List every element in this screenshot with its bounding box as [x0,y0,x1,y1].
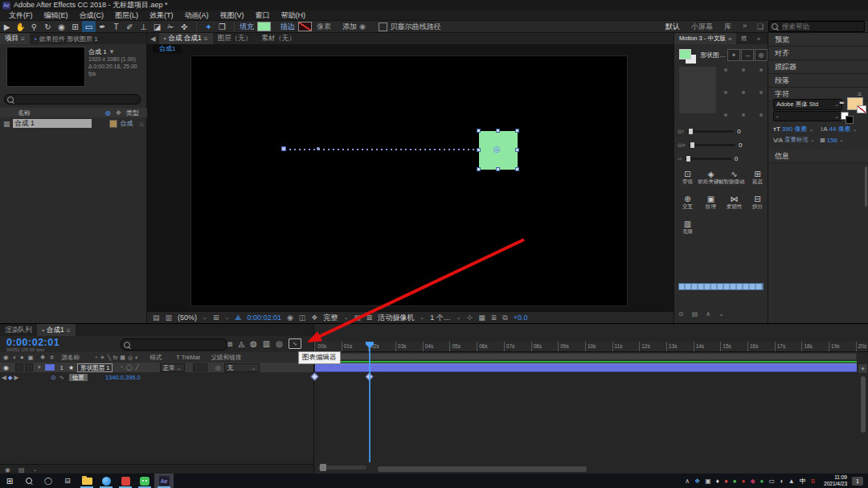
app-cherry-icon[interactable]: ● [742,478,746,485]
sort-icon[interactable]: ◍ [105,109,111,117]
hand-tool[interactable]: ✋ [14,21,27,32]
selection-handle[interactable] [515,167,519,171]
selection-handle[interactable] [496,129,500,133]
timeline-vertical-scrollbar[interactable] [861,376,866,433]
zoom-tool[interactable]: ⚲ [27,21,41,32]
solo-icon[interactable]: ● [20,354,24,361]
chevron-down-icon[interactable]: ⌄ [33,466,38,473]
menu-item[interactable]: 编辑(E) [39,10,74,20]
font-style-select[interactable]: -⌄ [773,111,842,121]
property-name[interactable]: 位置 [69,374,88,382]
layer-duration-bar[interactable] [315,363,857,372]
menu-item[interactable]: 图层(L) [109,10,144,20]
slider-value[interactable]: 0 [737,128,740,135]
menu-item[interactable]: 效果(T) [144,10,179,20]
property-value[interactable]: 1340.0,395.0 [105,374,141,381]
add-menu-icon[interactable]: ◉ [359,23,366,31]
taskbar-search-button[interactable] [19,474,39,488]
trkmat-box[interactable] [193,363,207,371]
motion-blur-icon[interactable]: ◎ [276,339,283,348]
collapse-icon[interactable]: ∧ [706,310,710,318]
project-row-comp1[interactable]: ▦ 合成 1 合成 ⌂ [0,118,147,129]
composition-flowchart-icon[interactable]: ⧈ [227,339,232,349]
draft-3d-icon[interactable]: ◬ [238,339,244,348]
mode-header[interactable]: 模式 [149,354,162,362]
font-family-select[interactable]: Adobe 黑体 Std⌄ [773,99,842,110]
toggle-switches-icon[interactable]: ◉ [5,466,10,474]
font-size-value[interactable]: 390 像素 [782,125,808,133]
workspace-item[interactable]: 小屏幕 [691,22,713,32]
panel-menu-icon[interactable]: ≡ [728,35,731,43]
motion-tool-button[interactable]: ∿ 智能缓动 [723,170,746,185]
dropdown-arrow-icon[interactable]: ▼ [108,48,115,55]
tab-effects[interactable]: 效 [736,33,752,44]
time-ruler[interactable]: :00s01s02s03s04s05s06s07s08s09s10s11s12s… [314,342,868,352]
slider-knob[interactable] [689,129,693,134]
screenshot-icon[interactable]: ▣ [705,478,711,485]
chevron-down-icon[interactable]: ⌄ [224,314,229,321]
chevron-down-icon[interactable]: ⌄ [839,137,844,143]
motion-tool-button[interactable]: ▣ 纹理 [699,195,723,210]
monitor-icon[interactable]: ▭ [768,478,775,485]
expand-icon[interactable]: ⌄ [719,310,724,318]
motion-tool-button[interactable]: ▥ 克隆 [676,219,699,235]
kerning-value[interactable]: 度量标准 [784,136,809,144]
graph-editor-button[interactable]: ∿ [289,338,301,349]
selection-handle[interactable] [477,148,481,152]
tool-creates-shape-icon[interactable]: ✦ [202,21,215,32]
menu-item[interactable]: 帮助(H) [276,10,312,20]
project-item-name[interactable]: 合成 1 [13,119,92,128]
workspace-item[interactable]: 库 [724,22,731,32]
magnification-value[interactable]: (50%) [178,314,197,322]
label-header-icon[interactable]: ❖ [40,354,46,361]
network-icon[interactable]: ▲ [788,478,795,485]
selection-handle[interactable] [515,129,519,133]
tab-render-queue[interactable]: 渲染队列 [0,324,37,336]
keyframe-toggle-icon[interactable]: ◆ [8,374,13,381]
slider-track[interactable] [689,144,735,146]
mask-visibility-icon[interactable]: ⟁ [235,314,241,322]
slider-icon[interactable]: ▫› [678,156,682,162]
panel-menu-icon[interactable]: ≡ [67,326,71,334]
index-header[interactable]: # [50,354,53,361]
resolution-value[interactable]: 完整 [323,313,338,323]
selection-handle[interactable] [515,148,519,152]
motion-mini-timeline[interactable] [678,283,764,290]
tab-layer[interactable]: 图层（无） [213,33,257,44]
preview-toggle-icon[interactable]: ▤ [153,314,160,322]
wechat-button[interactable] [135,474,154,488]
work-area-bar[interactable] [315,353,857,360]
trkmat-header[interactable]: T TrkMat [176,354,199,361]
zoom-slider-knob[interactable] [320,464,326,471]
slider-icon[interactable]: ⊙× [678,142,686,149]
blend-mode-select[interactable]: 正常 ⌄ [160,363,185,372]
stopwatch-icon[interactable]: ⊙ [51,374,55,381]
property-graph-icon[interactable]: ∿ [59,374,64,381]
roi-icon[interactable]: ▣ [354,314,361,322]
show-snapshot-icon[interactable]: ◫ [299,314,306,322]
motion-tool-button[interactable]: ⊕ 交互 [676,195,699,210]
layer-label-chip[interactable] [44,363,55,371]
timeline-search-box[interactable] [121,338,227,351]
help-search-input[interactable] [780,22,856,31]
label-column-icon[interactable]: ❖ [116,109,121,117]
eraser-tool[interactable]: ◪ [150,21,164,32]
chevron-down-icon[interactable]: ⌄ [457,314,461,321]
cortana-button[interactable]: ◯ [39,474,58,488]
slider-icon[interactable]: ⊙‹ [678,129,684,135]
panel-header-align[interactable]: 对齐 [768,47,868,60]
workspace-panel-icon[interactable]: ❏ [757,23,764,31]
collapse-icon[interactable]: ☀ [100,355,104,361]
motion-blur-col-icon[interactable]: ◎ [128,355,133,361]
viewer-timecode[interactable]: 0:00:02:01 [247,314,281,322]
anchor-preview-box[interactable] [679,67,716,113]
workspace-item[interactable]: » [743,22,747,32]
eyedropper-icon[interactable]: ✒ [839,99,845,107]
lock-icon[interactable]: ▣ [28,354,34,361]
selection-handle[interactable] [477,129,481,133]
app-green-icon[interactable]: ● [733,478,737,485]
rectangle-tool[interactable]: ▭ [82,21,96,32]
anchor-icon[interactable]: ⊙ [678,310,684,318]
anchor-point-icon[interactable]: ⊕ [493,144,501,155]
start-button[interactable]: ⊞ [0,474,19,488]
